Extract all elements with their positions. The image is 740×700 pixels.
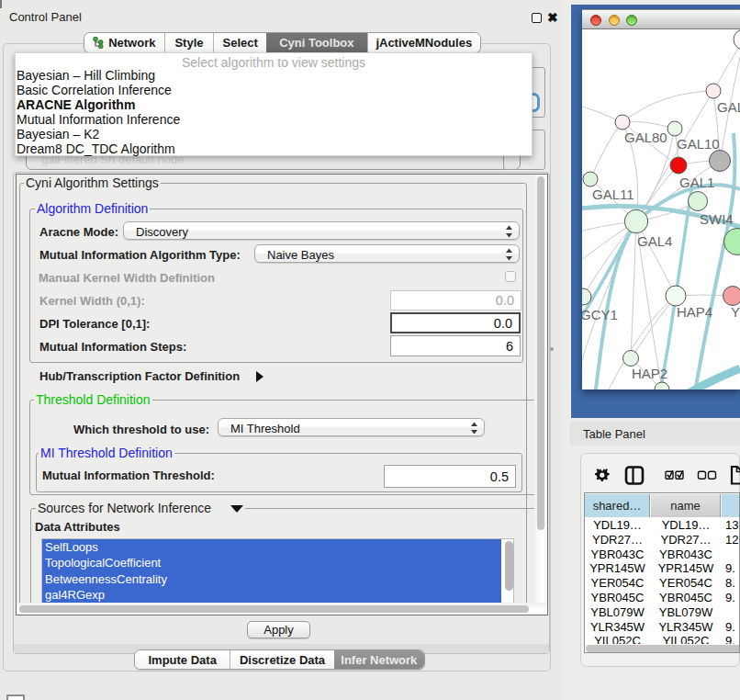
svg-text:GAL7: GAL7: [717, 99, 740, 115]
svg-text:HAP4: HAP4: [677, 304, 712, 320]
svg-text:SWI4: SWI4: [700, 211, 734, 227]
svg-text:HAP2: HAP2: [632, 366, 667, 381]
svg-text:GAL4: GAL4: [637, 233, 672, 249]
svg-text:GAL11: GAL11: [592, 186, 634, 202]
svg-text:GAL1: GAL1: [679, 175, 714, 190]
svg-text:Y: Y: [731, 304, 740, 320]
svg-text:GAL80: GAL80: [624, 130, 667, 145]
svg-text:GAL10: GAL10: [677, 136, 720, 152]
svg-text:GCY1: GCY1: [582, 307, 618, 322]
